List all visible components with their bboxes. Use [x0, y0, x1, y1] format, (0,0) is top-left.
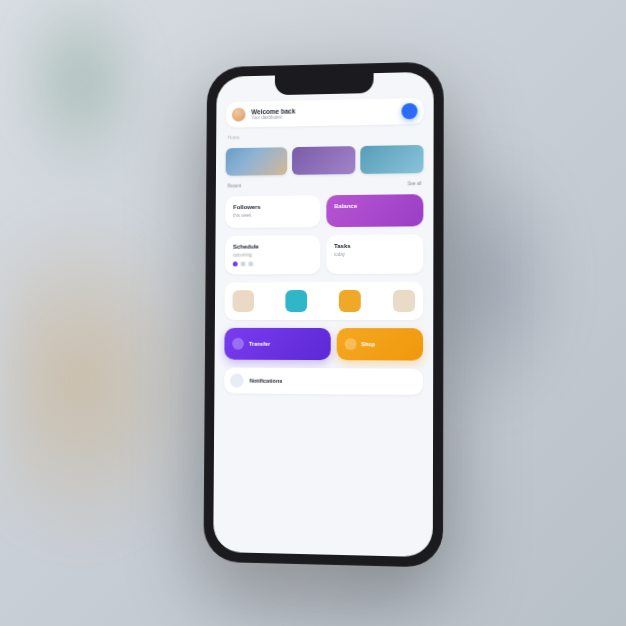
media-carousel[interactable]: [226, 145, 424, 176]
person-tile-2[interactable]: [285, 290, 307, 312]
breadcrumb: Home: [226, 132, 424, 140]
media-meta: Recent See all: [226, 181, 424, 189]
media-meta-left: Recent: [227, 183, 241, 188]
user-avatar[interactable]: [232, 108, 246, 122]
activity-label: Schedule: [233, 243, 312, 249]
stat-value: [334, 211, 415, 212]
stat-sub: this week: [233, 212, 312, 218]
header-card[interactable]: Welcome back Your dashboard: [226, 98, 424, 128]
primary-action-button[interactable]: [401, 103, 417, 119]
action-label: Shop: [361, 341, 375, 347]
stat-value: [233, 219, 312, 220]
activity-sub: upcoming: [233, 252, 312, 257]
activity-card-right[interactable]: Tasks today: [326, 234, 423, 274]
person-tile-3[interactable]: [339, 290, 361, 312]
breadcrumb-label: Home: [228, 135, 240, 140]
phone-frame: Welcome back Your dashboard Home Recent …: [203, 61, 443, 567]
dot-icon: [241, 261, 246, 266]
action-label: Transfer: [249, 341, 270, 347]
send-icon: [232, 338, 244, 350]
primary-action-card[interactable]: Transfer: [224, 328, 330, 360]
cart-icon: [344, 338, 356, 350]
activity-label: Tasks: [334, 242, 415, 249]
people-row: [225, 282, 424, 320]
list-item[interactable]: Notifications: [224, 368, 423, 395]
list-item-label: Notifications: [250, 378, 417, 385]
activity-sub: today: [334, 252, 415, 257]
activity-card-left[interactable]: Schedule upcoming: [225, 235, 320, 274]
media-thumb-2[interactable]: [292, 146, 355, 175]
dot-icon: [233, 261, 238, 266]
media-thumb-1[interactable]: [226, 147, 288, 176]
person-tile-1[interactable]: [232, 290, 254, 312]
pagination-dots: [233, 261, 312, 266]
bell-icon: [230, 374, 244, 388]
media-meta-right[interactable]: See all: [408, 181, 422, 186]
person-tile-4[interactable]: [393, 290, 415, 312]
stat-label: Balance: [334, 202, 415, 209]
stat-label: Followers: [233, 203, 312, 210]
stats-card-left[interactable]: Followers this week: [225, 195, 320, 228]
dot-icon: [248, 261, 253, 266]
header-text: Welcome back Your dashboard: [251, 105, 395, 120]
media-thumb-3[interactable]: [360, 145, 424, 174]
stats-card-right[interactable]: Balance: [326, 194, 423, 227]
device-notch: [275, 73, 374, 95]
app-screen: Welcome back Your dashboard Home Recent …: [213, 72, 434, 558]
secondary-action-card[interactable]: Shop: [336, 328, 423, 361]
